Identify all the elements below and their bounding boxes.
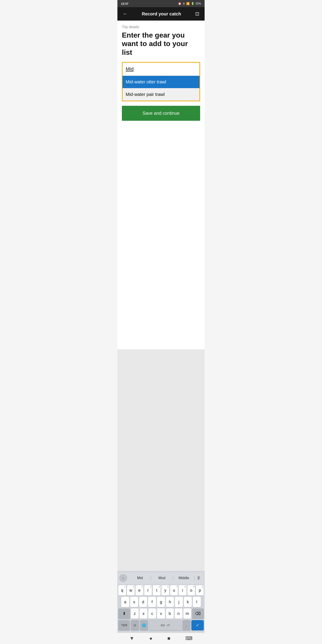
globe-key[interactable]: 🌐 — [140, 620, 148, 630]
key-m[interactable]: m — [183, 608, 191, 619]
status-time: 13:37 — [121, 2, 128, 5]
key-o[interactable]: 9o — [188, 585, 195, 596]
key-s[interactable]: s — [130, 597, 138, 607]
key-f[interactable]: f — [148, 597, 156, 607]
exit-button[interactable]: ⊡ — [194, 9, 201, 18]
suggestions-row: › Mid Mod Middle 🎙 — [118, 572, 204, 584]
key-c[interactable]: c — [148, 608, 156, 619]
search-input-row[interactable] — [122, 62, 200, 76]
key-d[interactable]: d — [139, 597, 147, 607]
key-g[interactable]: g — [157, 597, 165, 607]
status-icons: ⏰ ⊖ 📶 🔋 52% — [178, 2, 201, 5]
key-a[interactable]: a — [121, 597, 129, 607]
key-k[interactable]: k — [184, 597, 192, 607]
app-bar-title: Record your catch — [142, 12, 181, 16]
dropdown-options: Mid-water otter trawl Mid-water pair tra… — [122, 76, 200, 100]
key-i[interactable]: 8i — [179, 585, 186, 596]
gear-input-container: Mid-water otter trawl Mid-water pair tra… — [122, 62, 200, 101]
keyboard-row-4: ?123 ☺ 🌐 EN · IT . ✓ — [118, 620, 204, 630]
nav-home-icon[interactable]: ● — [149, 636, 152, 641]
key-v[interactable]: v — [157, 608, 165, 619]
symbol-key[interactable]: ?123 — [118, 620, 130, 630]
suggestions-expand[interactable]: › — [119, 574, 127, 582]
alarm-icon: ⏰ — [178, 2, 181, 5]
backspace-key[interactable]: ⌫ — [192, 608, 204, 619]
key-w[interactable]: 2w — [127, 585, 135, 596]
dropdown-option-0[interactable]: Mid-water otter trawl — [122, 76, 200, 88]
gray-area — [118, 349, 204, 571]
nav-bar: ▼ ● ■ ⌨ — [118, 632, 204, 644]
keyboard-row-1: 1q 2w 3e 4r 5t 6y 7u 8i 9o 0p — [118, 585, 204, 596]
signal-icon: 📶 — [186, 2, 190, 5]
save-continue-button[interactable]: Save and continue — [122, 106, 200, 121]
key-t[interactable]: 5t — [153, 585, 160, 596]
suggestion-1[interactable]: Mod — [151, 575, 173, 582]
keyboard-row-3: ⬆ z x c v b n m ⌫ — [118, 608, 204, 619]
key-u[interactable]: 7u — [170, 585, 178, 596]
dropdown-option-1[interactable]: Mid-water pair trawl — [122, 88, 200, 100]
keyboard-row-2: a s d f g h j k l — [118, 597, 204, 607]
space-key[interactable]: EN · IT — [149, 620, 182, 630]
key-r[interactable]: 4r — [144, 585, 152, 596]
nav-recent-icon[interactable]: ■ — [168, 636, 170, 641]
key-y[interactable]: 6y — [162, 585, 169, 596]
suggestion-2[interactable]: Middle — [173, 575, 195, 582]
dnd-icon: ⊖ — [183, 2, 185, 5]
key-j[interactable]: j — [175, 597, 183, 607]
main-content: Trip details Enter the gear you want to … — [118, 20, 204, 349]
nav-back-icon[interactable]: ▼ — [130, 636, 134, 641]
emoji-key[interactable]: ☺ — [131, 620, 139, 630]
key-p[interactable]: 0p — [196, 585, 204, 596]
back-button[interactable]: ← — [121, 9, 130, 18]
key-l[interactable]: l — [193, 597, 201, 607]
period-key[interactable]: . — [182, 620, 190, 630]
key-h[interactable]: h — [166, 597, 174, 607]
gear-search-input[interactable] — [126, 66, 196, 72]
page-title: Enter the gear you want to add to your l… — [122, 31, 200, 56]
battery-percent: 52% — [196, 2, 201, 5]
mic-icon[interactable]: 🎙 — [195, 576, 203, 581]
app-bar: ← Record your catch ⊡ — [118, 7, 204, 20]
key-n[interactable]: n — [175, 608, 182, 619]
key-q[interactable]: 1q — [118, 585, 126, 596]
key-b[interactable]: b — [166, 608, 174, 619]
suggestion-0[interactable]: Mid — [129, 575, 151, 582]
keyboard: › Mid Mod Middle 🎙 1q 2w 3e 4r 5t 6y 7u … — [118, 571, 204, 632]
shift-key[interactable]: ⬆ — [118, 608, 130, 619]
enter-key[interactable]: ✓ — [192, 620, 204, 630]
status-bar: 13:37 ⏰ ⊖ 📶 🔋 52% — [118, 0, 204, 7]
key-z[interactable]: z — [131, 608, 139, 619]
nav-keyboard-icon[interactable]: ⌨ — [185, 636, 192, 641]
key-e[interactable]: 3e — [136, 585, 143, 596]
battery-icon: 🔋 — [191, 2, 194, 5]
section-label: Trip details — [122, 25, 200, 29]
key-x[interactable]: x — [140, 608, 147, 619]
